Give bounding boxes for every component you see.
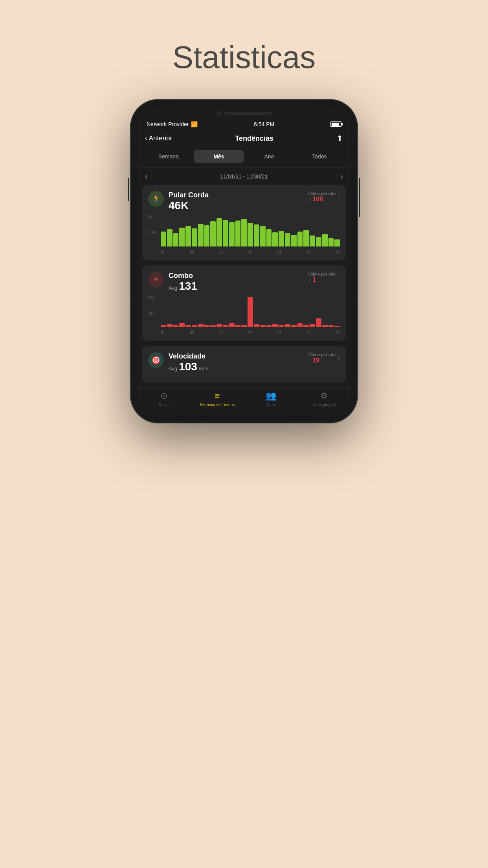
tab-configuracao[interactable]: ⚙ Configuração [297,391,351,407]
velocidade-chevron: › [338,355,340,361]
velocidade-unit: /min [199,366,209,371]
scroll-content: 🏃 Pular Corda 46K Último período ↓ 10K › [137,185,351,387]
stat-card-combo[interactable]: ✴ Combo Avg 131 Último período ↓ 1 [142,265,346,341]
combo-chart: 633 316 [148,296,340,335]
page-title: Statisticas [172,39,316,75]
back-button[interactable]: ‹ Anterior [145,134,172,142]
card-right-velocidade: Último período ↓ 19 › [308,352,340,364]
card-right-combo: Último período ↓ 1 › [308,272,340,283]
stat-card-pular-corda[interactable]: 🏃 Pular Corda 46K Último período ↓ 10K › [142,185,346,261]
tab-club[interactable]: 👥 Club [244,391,297,407]
status-time: 6:54 PM [254,121,274,127]
historico-label: Histórico de Treinos [200,403,235,407]
velocidade-avg-label: Avg [169,366,177,371]
tab-ano[interactable]: Ano [244,150,294,163]
battery-icon [330,121,341,127]
y-labels-pular-corda: 5K 2.5K [148,215,156,246]
card-left-combo: ✴ Combo Avg 131 [148,272,197,292]
x-labels-combo: 01 06 11 16 21 26 30 [161,331,340,335]
wifi-icon: 📶 [191,121,198,127]
tab-semana[interactable]: Semana [143,150,194,163]
period-tabs: Semana Mês Ano Todos [137,148,351,168]
x-labels-pular-corda: 01 06 11 16 21 26 30 [161,250,340,254]
date-prev-button[interactable]: ‹ [145,172,148,181]
velocidade-last-period: Último período ↓ 19 [308,352,336,364]
status-right [330,121,341,127]
status-left: Network Provider 📶 [147,121,198,127]
velocidade-title: Velocidade [169,352,208,360]
phone-top-bar [137,106,351,120]
nav-header: ‹ Anterior Tendências ⬆ [137,131,351,148]
share-button[interactable]: ⬆ [336,134,343,143]
tab-mes[interactable]: Mês [194,150,244,163]
nav-title: Tendências [235,134,273,143]
network-provider: Network Provider [147,121,189,127]
historico-icon: ≡ [215,391,220,401]
inicio-label: Início [159,403,169,407]
pular-corda-chart: 5K 2.5K [148,215,340,254]
tab-historico[interactable]: ≡ Histórico de Treinos [191,391,244,407]
velocidade-value: 103 [179,360,197,373]
combo-value: 131 [179,280,197,292]
combo-avg-label: Avg [169,285,177,291]
bars-pular-corda [161,215,340,246]
tab-todos[interactable]: Todos [294,150,345,163]
pular-corda-last-period: Último período ↓ 10K [308,191,336,203]
configuracao-label: Configuração [312,403,336,407]
card-left-pular-corda: 🏃 Pular Corda 46K [148,191,209,212]
bars-combo [161,296,340,327]
club-label: Club [267,403,275,407]
back-chevron-icon: ‹ [145,134,147,142]
velocidade-icon: 🎯 [148,352,164,368]
combo-icon: ✴ [148,272,164,287]
configuracao-icon: ⚙ [320,391,328,401]
pular-corda-value: 46K [169,199,209,212]
pular-corda-title: Pular Corda [169,191,209,199]
date-navigator: ‹ 11/01/21 - 11/30/21 › [137,168,351,185]
combo-chevron: › [338,274,340,281]
card-right-pular-corda: Último período ↓ 10K › [308,191,340,203]
combo-last-period: Último período ↓ 1 [308,272,336,283]
date-next-button[interactable]: › [340,172,343,181]
card-left-velocidade: 🎯 Velocidade Avg 103 /min [148,352,208,373]
back-label: Anterior [149,134,172,142]
pular-corda-icon: 🏃 [148,191,164,207]
bottom-tab-bar: ⊙ Início ≡ Histórico de Treinos 👥 Club ⚙… [137,387,351,416]
club-icon: 👥 [266,391,276,401]
pular-corda-chevron: › [338,194,340,200]
combo-title: Combo [169,272,197,280]
phone-frame: Network Provider 📶 6:54 PM ‹ Anterior Te… [130,99,358,423]
tab-inicio[interactable]: ⊙ Início [137,391,191,407]
inicio-icon: ⊙ [160,391,167,401]
stat-card-velocidade[interactable]: 🎯 Velocidade Avg 103 /min Último [142,346,346,383]
date-range-label: 11/01/21 - 11/30/21 [220,173,268,180]
y-labels-combo: 633 316 [148,296,155,327]
